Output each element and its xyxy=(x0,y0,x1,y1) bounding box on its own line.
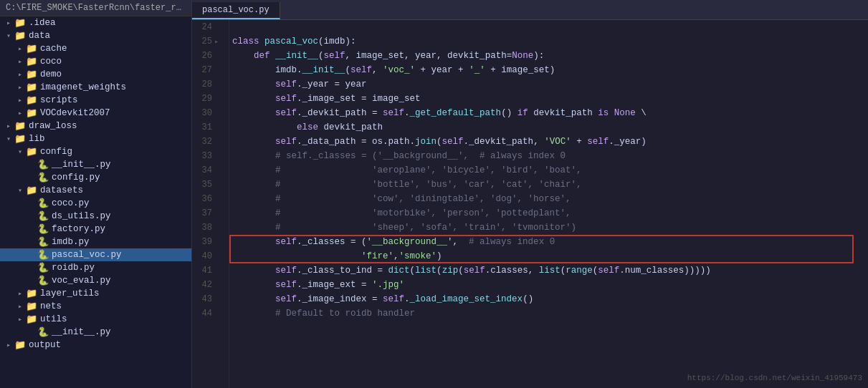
tree-item-cache[interactable]: ▸📁cache xyxy=(0,42,191,55)
tree-item-datasets[interactable]: ▾📁datasets xyxy=(0,184,191,197)
tree-arrow: ▸ xyxy=(3,122,14,130)
line-number: 44 xyxy=(192,306,212,321)
tree-item-pascal_voc_py[interactable]: 🐍pascal_voc.py xyxy=(0,248,191,261)
gutter-row-37: 37 xyxy=(192,206,229,220)
tree-label: draw_loss xyxy=(29,121,77,131)
line-number: 26 xyxy=(192,49,212,63)
code-line-32: self._data_path = os.path.join(self._dev… xyxy=(232,135,868,149)
gutter-row-43: 43 xyxy=(192,292,229,306)
code-line-44: # Default to roidb handler xyxy=(232,306,868,321)
tree-arrow: ▸ xyxy=(14,44,26,53)
gutter-row-24: 24 xyxy=(192,20,229,34)
folder-icon: 📁 xyxy=(26,82,37,93)
tree-label: demo xyxy=(40,69,62,79)
folder-icon: 📁 xyxy=(26,43,37,54)
tree-item-scripts[interactable]: ▸📁scripts xyxy=(0,94,191,107)
tree-item-imagenet_weights[interactable]: ▸📁imagenet_weights xyxy=(0,81,191,94)
tree-item-VOCdevkit2007[interactable]: ▸📁VOCdevkit2007 xyxy=(0,107,191,120)
tree-label: scripts xyxy=(40,95,78,105)
tree-item-config_py[interactable]: 🐍config.py xyxy=(0,171,191,184)
watermark: https://blog.csdn.net/weixin_41959473 xyxy=(687,374,862,382)
gutter-row-28: 28 xyxy=(192,77,229,92)
tree-arrow: ▾ xyxy=(14,186,26,195)
tree-item-roidb_py[interactable]: 🐍roidb.py xyxy=(0,261,191,274)
tree-item-__init__py_config[interactable]: 🐍__init__.py xyxy=(0,158,191,171)
line-number: 33 xyxy=(192,149,212,163)
tree-item-config[interactable]: ▾📁config xyxy=(0,145,191,158)
tree-arrow: ▸ xyxy=(14,289,26,298)
gutter-row-42: 42 xyxy=(192,278,229,292)
tab-pascal-voc[interactable]: pascal_voc.py xyxy=(192,2,280,19)
tree-item-lib[interactable]: ▾📁lib xyxy=(0,132,191,145)
py-icon: 🐍 xyxy=(37,249,49,261)
folder-icon: 📁 xyxy=(26,288,37,299)
tree-label: roidb.py xyxy=(52,263,95,273)
tree-item-data[interactable]: ▾📁data xyxy=(0,29,191,42)
tree-item-nets[interactable]: ▸📁nets xyxy=(0,300,191,313)
tree-arrow: ▸ xyxy=(14,70,26,79)
line-gutters: 24 25 ▸ 26 27 28 29 30 31 32 33 34 35 36… xyxy=(192,20,229,388)
tree-item-output[interactable]: ▸📁output xyxy=(0,339,191,351)
line-number: 35 xyxy=(192,178,212,192)
tree-arrow: ▸ xyxy=(14,57,26,66)
editor-tabs: pascal_voc.py xyxy=(192,0,868,20)
py-icon: 🐍 xyxy=(37,172,49,183)
gutter-row-27: 27 xyxy=(192,63,229,77)
tree-item-coco_py[interactable]: 🐍coco.py xyxy=(0,197,191,210)
folder-icon: 📁 xyxy=(14,133,26,145)
code-line-36: # 'cow', 'diningtable', 'dog', 'horse', xyxy=(232,192,868,206)
line-number: 41 xyxy=(192,263,212,278)
tree-arrow: ▾ xyxy=(14,147,26,156)
code-line-37: # 'motorbike', 'person', 'pottedplant', xyxy=(232,206,868,220)
folder-icon: 📁 xyxy=(14,339,26,351)
line-number: 42 xyxy=(192,278,212,292)
folder-icon: 📁 xyxy=(14,17,26,29)
fold-arrow[interactable]: ▸ xyxy=(214,37,219,46)
code-line-28: self._year = year xyxy=(232,77,868,92)
folder-icon: 📁 xyxy=(26,69,37,80)
gutter-row-32: 32 xyxy=(192,135,229,149)
line-number: 25 xyxy=(192,34,212,49)
tree-label: output xyxy=(29,340,61,350)
py-icon: 🐍 xyxy=(37,223,49,235)
tree-label: VOCdevkit2007 xyxy=(40,108,110,118)
gutter-row-36: 36 xyxy=(192,192,229,206)
py-icon: 🐍 xyxy=(37,236,49,248)
gutter-row-29: 29 xyxy=(192,92,229,106)
py-icon: 🐍 xyxy=(37,198,49,209)
folder-icon: 📁 xyxy=(26,107,37,119)
tree-label: datasets xyxy=(40,185,83,195)
tree-item-demo[interactable]: ▸📁demo xyxy=(0,68,191,81)
tree-item-ds_utils_py[interactable]: 🐍ds_utils.py xyxy=(0,210,191,223)
code-line-39: self._classes = ('__background__', # alw… xyxy=(232,235,868,249)
tree-item-__init__py_lib[interactable]: 🐍__init__.py xyxy=(0,326,191,339)
tree-arrow: ▾ xyxy=(3,135,14,143)
gutter-row-31: 31 xyxy=(192,120,229,135)
code-line-29: self._image_set = image_set xyxy=(232,92,868,106)
gutter-row-25: 25 ▸ xyxy=(192,34,229,49)
line-number: 39 xyxy=(192,235,212,249)
py-icon: 🐍 xyxy=(37,326,49,338)
tree-label: imagenet_weights xyxy=(40,82,126,92)
tree-item-voc_eval_py[interactable]: 🐍voc_eval.py xyxy=(0,274,191,287)
line-number: 43 xyxy=(192,292,212,306)
line-number: 28 xyxy=(192,77,212,92)
tree-label: pascal_voc.py xyxy=(52,250,122,260)
tree-label: utils xyxy=(40,314,67,324)
tree-arrow: ▸ xyxy=(14,315,26,324)
gutter-row-38: 38 xyxy=(192,220,229,235)
tree-item-idea[interactable]: ▸📁.idea xyxy=(0,16,191,29)
code-line-43: self._image_index = self._load_image_set… xyxy=(232,292,868,306)
code-lines: class pascal_voc(imdb): def __init__(sel… xyxy=(229,20,868,388)
editor-body: 24 25 ▸ 26 27 28 29 30 31 32 33 34 35 36… xyxy=(192,20,868,388)
tree-label: nets xyxy=(40,301,62,311)
tree-item-layer_utils[interactable]: ▸📁layer_utils xyxy=(0,287,191,300)
tree-item-coco[interactable]: ▸📁coco xyxy=(0,55,191,68)
tree-item-draw_loss[interactable]: ▸📁draw_loss xyxy=(0,120,191,132)
tree-item-factory_py[interactable]: 🐍factory.py xyxy=(0,223,191,236)
line-number: 38 xyxy=(192,220,212,235)
tree-item-utils[interactable]: ▸📁utils xyxy=(0,313,191,326)
tree-item-imdb_py[interactable]: 🐍imdb.py xyxy=(0,236,191,248)
gutter-row-26: 26 xyxy=(192,49,229,63)
code-line-35: # 'bottle', 'bus', 'car', 'cat', 'chair'… xyxy=(232,178,868,192)
